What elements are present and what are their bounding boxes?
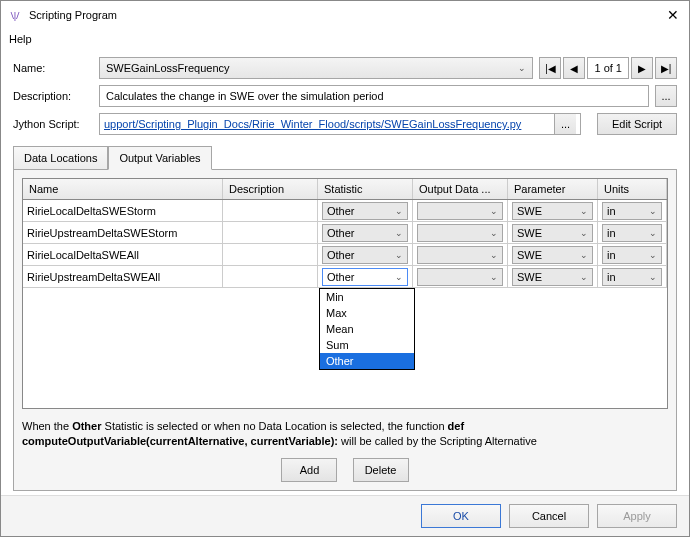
dropdown-option-selected[interactable]: Other <box>320 353 414 369</box>
dropdown-option[interactable]: Max <box>320 305 414 321</box>
chevron-down-icon: ⌄ <box>490 206 498 216</box>
description-value: Calculates the change in SWE over the si… <box>106 90 384 102</box>
table-row: RirieLocalDeltaSWEStorm Other⌄ ⌄ SWE⌄ in… <box>23 200 667 222</box>
cell-units-select[interactable]: in⌄ <box>602 224 662 242</box>
cell-output-data-select[interactable]: ⌄ <box>417 224 503 242</box>
window-title: Scripting Program <box>29 9 663 21</box>
nav-first-button[interactable]: |◀ <box>539 57 561 79</box>
table-row: RirieUpstreamDeltaSWEStorm Other⌄ ⌄ SWE⌄… <box>23 222 667 244</box>
cell-name[interactable]: RirieLocalDeltaSWEAll <box>23 244 223 265</box>
chevron-down-icon: ⌄ <box>395 206 403 216</box>
titlebar: \|/ Scripting Program ✕ <box>1 1 689 29</box>
chevron-down-icon: ⌄ <box>649 272 657 282</box>
dropdown-option[interactable]: Mean <box>320 321 414 337</box>
chevron-down-icon: ⌄ <box>580 272 588 282</box>
chevron-down-icon: ⌄ <box>649 206 657 216</box>
description-ellipsis-button[interactable]: ... <box>655 85 677 107</box>
cell-units-select[interactable]: in⌄ <box>602 246 662 264</box>
app-icon: \|/ <box>7 7 23 23</box>
jython-path-link[interactable]: upport/Scripting_Plugin_Docs/Ririe_Winte… <box>104 118 521 130</box>
col-header-parameter[interactable]: Parameter <box>508 179 598 199</box>
cell-parameter-select[interactable]: SWE⌄ <box>512 268 593 286</box>
cell-output-data-select[interactable]: ⌄ <box>417 268 503 286</box>
col-header-description[interactable]: Description <box>223 179 318 199</box>
cell-units-select[interactable]: in⌄ <box>602 202 662 220</box>
footnote: When the Other Statistic is selected or … <box>22 419 668 450</box>
chevron-down-icon: ⌄ <box>490 250 498 260</box>
col-header-output-data[interactable]: Output Data ... <box>413 179 508 199</box>
cell-description[interactable] <box>223 200 318 221</box>
chevron-down-icon: ⌄ <box>649 228 657 238</box>
nav-next-button[interactable]: ▶ <box>631 57 653 79</box>
chevron-down-icon: ⌄ <box>649 250 657 260</box>
close-icon[interactable]: ✕ <box>663 7 683 23</box>
apply-button: Apply <box>597 504 677 528</box>
col-header-units[interactable]: Units <box>598 179 667 199</box>
grid-body: RirieLocalDeltaSWEStorm Other⌄ ⌄ SWE⌄ in… <box>23 200 667 408</box>
cell-parameter-select[interactable]: SWE⌄ <box>512 224 593 242</box>
cell-statistic-select[interactable]: Other⌄ <box>322 224 408 242</box>
edit-script-button[interactable]: Edit Script <box>597 113 677 135</box>
jython-label: Jython Script: <box>13 118 93 130</box>
chevron-down-icon: ⌄ <box>580 250 588 260</box>
cell-name[interactable]: RirieUpstreamDeltaSWEStorm <box>23 222 223 243</box>
output-variables-grid: Name Description Statistic Output Data .… <box>22 178 668 409</box>
chevron-down-icon: ⌄ <box>580 206 588 216</box>
statistic-dropdown[interactable]: Min Max Mean Sum Other <box>319 288 415 370</box>
chevron-down-icon: ⌄ <box>518 63 526 73</box>
chevron-down-icon: ⌄ <box>395 272 403 282</box>
menu-help[interactable]: Help <box>9 33 32 45</box>
delete-button[interactable]: Delete <box>353 458 409 482</box>
table-row: RirieUpstreamDeltaSWEAll Other⌄ ⌄ SWE⌄ i… <box>23 266 667 288</box>
dialog-buttons: OK Cancel Apply <box>1 495 689 536</box>
nav-last-button[interactable]: ▶| <box>655 57 677 79</box>
row-action-buttons: Add Delete <box>22 458 668 482</box>
menubar: Help <box>1 29 689 49</box>
cell-output-data-select[interactable]: ⌄ <box>417 202 503 220</box>
cancel-button[interactable]: Cancel <box>509 504 589 528</box>
cell-statistic-select[interactable]: Other⌄ <box>322 246 408 264</box>
tab-output-variables[interactable]: Output Variables <box>108 146 211 170</box>
jython-path-field: upport/Scripting_Plugin_Docs/Ririe_Winte… <box>99 113 581 135</box>
name-label: Name: <box>13 62 93 74</box>
description-input[interactable]: Calculates the change in SWE over the si… <box>99 85 649 107</box>
tab-data-locations[interactable]: Data Locations <box>13 146 108 170</box>
description-label: Description: <box>13 90 93 102</box>
cell-description[interactable] <box>223 244 318 265</box>
cell-description[interactable] <box>223 222 318 243</box>
chevron-down-icon: ⌄ <box>580 228 588 238</box>
dropdown-option[interactable]: Sum <box>320 337 414 353</box>
col-header-name[interactable]: Name <box>23 179 223 199</box>
tabs: Data Locations Output Variables <box>13 145 677 169</box>
cell-output-data-select[interactable]: ⌄ <box>417 246 503 264</box>
jython-ellipsis-button[interactable]: ... <box>554 114 576 134</box>
grid-header: Name Description Statistic Output Data .… <box>23 179 667 200</box>
cell-statistic-select[interactable]: Other⌄ <box>322 202 408 220</box>
cell-description[interactable] <box>223 266 318 287</box>
col-header-statistic[interactable]: Statistic <box>318 179 413 199</box>
chevron-down-icon: ⌄ <box>395 228 403 238</box>
nav-counter: 1 of 1 <box>587 57 629 79</box>
dropdown-option[interactable]: Min <box>320 289 414 305</box>
chevron-down-icon: ⌄ <box>490 272 498 282</box>
cell-units-select[interactable]: in⌄ <box>602 268 662 286</box>
cell-name[interactable]: RirieUpstreamDeltaSWEAll <box>23 266 223 287</box>
cell-statistic-select[interactable]: Other⌄ <box>322 268 408 286</box>
name-select[interactable]: SWEGainLossFrequency ⌄ <box>99 57 533 79</box>
table-row: RirieLocalDeltaSWEAll Other⌄ ⌄ SWE⌄ in⌄ <box>23 244 667 266</box>
chevron-down-icon: ⌄ <box>490 228 498 238</box>
cell-name[interactable]: RirieLocalDeltaSWEStorm <box>23 200 223 221</box>
name-value: SWEGainLossFrequency <box>106 62 230 74</box>
cell-parameter-select[interactable]: SWE⌄ <box>512 246 593 264</box>
record-nav: |◀ ◀ 1 of 1 ▶ ▶| <box>539 57 677 79</box>
add-button[interactable]: Add <box>281 458 337 482</box>
cell-parameter-select[interactable]: SWE⌄ <box>512 202 593 220</box>
tab-panel-output-variables: Name Description Statistic Output Data .… <box>13 169 677 491</box>
chevron-down-icon: ⌄ <box>395 250 403 260</box>
ok-button[interactable]: OK <box>421 504 501 528</box>
nav-prev-button[interactable]: ◀ <box>563 57 585 79</box>
